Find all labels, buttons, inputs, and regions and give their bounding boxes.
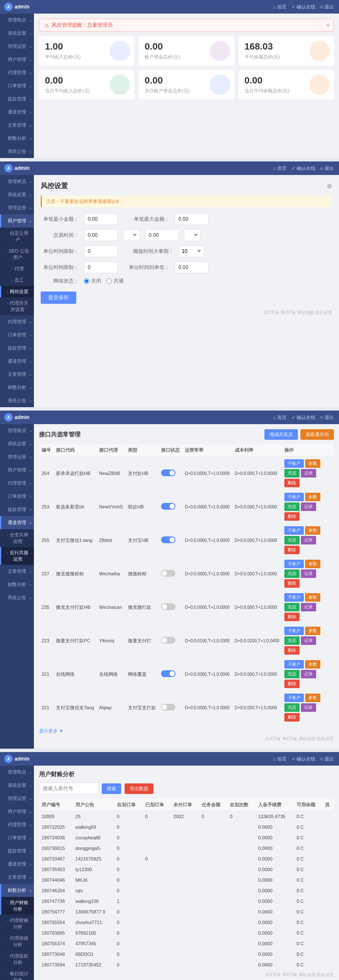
sidebar3-item-system[interactable]: 系统设置› <box>0 437 34 450</box>
action-delete[interactable]: 删除 <box>284 713 300 722</box>
action-params[interactable]: 参数 <box>305 459 320 468</box>
cell-status[interactable] <box>158 524 182 557</box>
radio-open[interactable]: 关闭 <box>84 278 101 285</box>
trading-time-select-2[interactable] <box>184 229 201 241</box>
sidebar4-manage[interactable]: 管理商员› <box>0 766 34 779</box>
sidebar-item-notice[interactable]: 系统公告› <box>0 145 34 158</box>
max-rate-input[interactable] <box>175 213 208 225</box>
action-record[interactable]: 记录 <box>301 670 316 678</box>
per-limit2-input[interactable] <box>175 261 208 273</box>
cell-status[interactable] <box>158 658 182 691</box>
action-subaccount[interactable]: 子账户 <box>284 660 304 669</box>
sidebar2-item-article[interactable]: 文章管理› <box>0 368 34 381</box>
action-enable[interactable]: 充启 <box>284 703 300 712</box>
action-enable[interactable]: 充启 <box>284 636 300 645</box>
sidebar3-item-user[interactable]: 用户管理› <box>0 464 34 477</box>
action-delete[interactable]: 删除 <box>284 646 300 655</box>
action-params[interactable]: 参数 <box>305 560 320 568</box>
sidebar4-system[interactable]: 系统设置› <box>0 779 34 792</box>
action-subaccount[interactable]: 子账户 <box>284 560 304 568</box>
sidebar2-item-system[interactable]: 系统设置› <box>0 188 34 201</box>
sidebar3-item-order[interactable]: 订单管理› <box>0 490 34 503</box>
action-subaccount[interactable]: 子账户 <box>284 493 304 501</box>
sidebar2-item-order[interactable]: 订单管理› <box>0 328 34 341</box>
sidebar2-item-notice[interactable]: 系统公告› <box>0 394 34 407</box>
toggle-status[interactable] <box>161 536 175 543</box>
trading-time-input-2[interactable] <box>145 229 179 241</box>
sidebar4-finance[interactable]: 财数分析› <box>0 884 34 897</box>
sidebar-item-manage[interactable]: 管理商员› <box>0 14 34 27</box>
sidebar-item-user[interactable]: 用户管理› <box>0 53 34 66</box>
add-real-button[interactable]: 地域共实况 <box>264 429 298 440</box>
sidebar3-item-agent[interactable]: 代理管理› <box>0 477 34 490</box>
close-icon[interactable]: ✕ <box>326 22 330 28</box>
sidebar2-item-withdraw[interactable]: 提款管理› <box>0 341 34 355</box>
action-enable[interactable]: 充启 <box>284 670 300 678</box>
logout-button-4[interactable]: ⎋ 退出 <box>320 756 334 762</box>
radio-open-input[interactable] <box>84 278 89 284</box>
sidebar2-sub-item-2[interactable]: · SEO 公告用户 <box>0 245 34 263</box>
sidebar4-sub-daily[interactable]: · 每日统计列表 <box>0 968 34 980</box>
sidebar3-item-operation[interactable]: 管理运营› <box>0 450 34 464</box>
sidebar4-user[interactable]: 用户管理› <box>0 805 34 818</box>
cell-status[interactable] <box>158 591 182 624</box>
radio-close[interactable]: 共通 <box>106 278 124 285</box>
home-button-4[interactable]: ⌂ 首页 <box>273 756 286 762</box>
trading-time-input-1[interactable] <box>84 229 118 241</box>
sidebar4-sub-user-analysis[interactable]: · 用户财账分析 <box>0 897 34 915</box>
action-enable[interactable]: 充启 <box>284 536 300 544</box>
home-button-2[interactable]: ⌂ 首页 <box>273 165 286 172</box>
sidebar2-item-agent[interactable]: 代理管理› <box>0 315 34 328</box>
sidebar3-item-article[interactable]: 文章管理› <box>0 565 34 578</box>
sidebar2-sub-item-3[interactable]: · 代理 <box>0 263 34 275</box>
sidebar-item-channel[interactable]: 通道管理› <box>0 105 34 119</box>
cell-status[interactable] <box>158 691 182 725</box>
confirm-button-4[interactable]: ✓ 确认在线 <box>292 756 315 762</box>
sidebar-item-article[interactable]: 文章管理› <box>0 119 34 132</box>
action-delete[interactable]: 删除 <box>284 613 300 621</box>
sidebar2-item-channel[interactable]: 通道管理› <box>0 355 34 368</box>
search-input[interactable] <box>39 783 98 794</box>
action-subaccount[interactable]: 子账户 <box>284 526 304 535</box>
sidebar4-operation[interactable]: 管理运营› <box>0 792 34 805</box>
sidebar2-item-finance[interactable]: 财数分析› <box>0 381 34 394</box>
radio-close-input[interactable] <box>106 278 112 284</box>
sidebar3-item-withdraw[interactable]: 提款管理› <box>0 503 34 516</box>
sidebar2-item-user[interactable]: 用户管理› <box>0 214 34 228</box>
action-enable[interactable]: 充启 <box>284 469 300 478</box>
sidebar2-item-operation[interactable]: 管理运营› <box>0 201 34 214</box>
logout-button-3[interactable]: ⎋ 退出 <box>320 414 334 421</box>
action-subaccount[interactable]: 子账户 <box>284 459 304 468</box>
action-record[interactable]: 记录 <box>301 469 316 478</box>
logout-button[interactable]: ⎋ 退出 <box>320 4 334 10</box>
per-limit-input[interactable] <box>84 261 118 273</box>
logout-button-2[interactable]: ⎋ 退出 <box>320 165 334 172</box>
action-record[interactable]: 记录 <box>301 636 316 645</box>
toggle-status[interactable] <box>161 670 175 677</box>
sidebar-item-operation[interactable]: 管理运营› <box>0 40 34 53</box>
action-record[interactable]: 记录 <box>301 569 316 578</box>
save-button[interactable]: 提交保存 <box>41 292 76 304</box>
confirm-button-3[interactable]: ✓ 确认在线 <box>292 414 315 421</box>
action-delete[interactable]: 删除 <box>284 680 300 688</box>
sidebar3-item-notice[interactable]: 系统公告› <box>0 591 34 604</box>
sidebar4-sub-agent-analysis[interactable]: · 代理财账分析 <box>0 915 34 933</box>
min-rate-input[interactable] <box>84 213 118 225</box>
action-record[interactable]: 记录 <box>301 536 316 544</box>
home-button[interactable]: ⌂ 首页 <box>273 4 286 10</box>
sidebar3-sub-1[interactable]: · 全变共商运营 <box>0 529 34 547</box>
toggle-status[interactable] <box>161 570 175 577</box>
confirm-button-2[interactable]: ✓ 确认在线 <box>292 165 315 172</box>
action-params[interactable]: 参数 <box>305 694 320 702</box>
action-enable[interactable]: 充启 <box>284 569 300 578</box>
action-delete[interactable]: 删除 <box>284 479 300 487</box>
export-button[interactable]: 导出数据 <box>125 783 153 794</box>
action-enable[interactable]: 充启 <box>284 502 300 511</box>
cell-status[interactable] <box>158 457 182 490</box>
action-params[interactable]: 参数 <box>305 526 320 535</box>
sidebar2-sub-item-5[interactable]: · 网控设置 <box>0 286 34 297</box>
search-button[interactable]: 搜索 <box>102 783 121 794</box>
action-delete[interactable]: 删除 <box>284 579 300 588</box>
action-enable[interactable]: 充启 <box>284 603 300 611</box>
sidebar3-item-manage[interactable]: 管理商员› <box>0 424 34 437</box>
